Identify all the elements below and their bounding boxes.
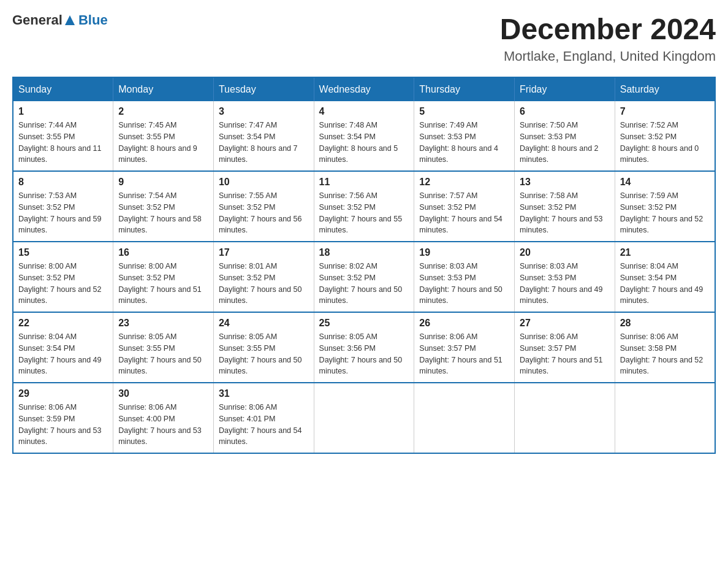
day-number: 12 bbox=[419, 177, 509, 188]
logo-text-blue: Blue bbox=[78, 12, 108, 28]
calendar-cell: 5 Sunrise: 7:49 AMSunset: 3:53 PMDayligh… bbox=[414, 101, 515, 171]
day-info: Sunrise: 7:55 AMSunset: 3:52 PMDaylight:… bbox=[219, 190, 309, 236]
day-info: Sunrise: 8:04 AMSunset: 3:54 PMDaylight:… bbox=[18, 331, 108, 377]
day-info: Sunrise: 8:06 AMSunset: 3:59 PMDaylight:… bbox=[18, 402, 108, 448]
calendar-cell: 17 Sunrise: 8:01 AMSunset: 3:52 PMDaylig… bbox=[213, 242, 314, 312]
calendar-week-row: 8 Sunrise: 7:53 AMSunset: 3:52 PMDayligh… bbox=[13, 171, 715, 242]
day-info: Sunrise: 7:52 AMSunset: 3:52 PMDaylight:… bbox=[620, 120, 710, 166]
day-info: Sunrise: 8:06 AMSunset: 3:58 PMDaylight:… bbox=[620, 331, 710, 377]
calendar-cell: 7 Sunrise: 7:52 AMSunset: 3:52 PMDayligh… bbox=[615, 101, 715, 171]
calendar-cell: 20 Sunrise: 8:03 AMSunset: 3:53 PMDaylig… bbox=[515, 242, 615, 312]
calendar-cell: 16 Sunrise: 8:00 AMSunset: 3:52 PMDaylig… bbox=[113, 242, 214, 312]
col-header-friday: Friday bbox=[515, 77, 615, 101]
location: Mortlake, England, United Kingdom bbox=[500, 48, 716, 64]
col-header-tuesday: Tuesday bbox=[213, 77, 314, 101]
day-info: Sunrise: 7:49 AMSunset: 3:53 PMDaylight:… bbox=[419, 120, 509, 166]
col-header-sunday: Sunday bbox=[13, 77, 113, 101]
day-info: Sunrise: 8:06 AMSunset: 3:57 PMDaylight:… bbox=[419, 331, 509, 377]
day-number: 26 bbox=[419, 318, 509, 329]
day-info: Sunrise: 7:56 AMSunset: 3:52 PMDaylight:… bbox=[319, 190, 409, 236]
calendar-cell: 11 Sunrise: 7:56 AMSunset: 3:52 PMDaylig… bbox=[314, 171, 414, 242]
calendar-cell: 29 Sunrise: 8:06 AMSunset: 3:59 PMDaylig… bbox=[13, 383, 113, 453]
day-number: 29 bbox=[18, 388, 108, 399]
col-header-thursday: Thursday bbox=[414, 77, 515, 101]
day-number: 13 bbox=[520, 177, 610, 188]
calendar-cell: 26 Sunrise: 8:06 AMSunset: 3:57 PMDaylig… bbox=[414, 312, 515, 383]
calendar-cell: 19 Sunrise: 8:03 AMSunset: 3:53 PMDaylig… bbox=[414, 242, 515, 312]
calendar-cell: 22 Sunrise: 8:04 AMSunset: 3:54 PMDaylig… bbox=[13, 312, 113, 383]
day-info: Sunrise: 8:05 AMSunset: 3:56 PMDaylight:… bbox=[319, 331, 409, 377]
day-info: Sunrise: 8:03 AMSunset: 3:53 PMDaylight:… bbox=[520, 261, 610, 307]
calendar-cell: 3 Sunrise: 7:47 AMSunset: 3:54 PMDayligh… bbox=[213, 101, 314, 171]
col-header-wednesday: Wednesday bbox=[314, 77, 414, 101]
month-title: December 2024 bbox=[500, 12, 716, 46]
day-number: 31 bbox=[219, 388, 309, 399]
day-number: 15 bbox=[18, 247, 108, 258]
title-section: December 2024 Mortlake, England, United … bbox=[500, 12, 716, 64]
logo-triangle-icon bbox=[64, 14, 76, 26]
day-info: Sunrise: 7:54 AMSunset: 3:52 PMDaylight:… bbox=[118, 190, 208, 236]
day-info: Sunrise: 8:06 AMSunset: 4:00 PMDaylight:… bbox=[118, 402, 208, 448]
day-info: Sunrise: 8:04 AMSunset: 3:54 PMDaylight:… bbox=[620, 261, 710, 307]
day-info: Sunrise: 7:45 AMSunset: 3:55 PMDaylight:… bbox=[118, 120, 208, 166]
logo-text-general: General bbox=[12, 12, 63, 28]
day-info: Sunrise: 8:02 AMSunset: 3:52 PMDaylight:… bbox=[319, 261, 409, 307]
day-info: Sunrise: 7:57 AMSunset: 3:52 PMDaylight:… bbox=[419, 190, 509, 236]
day-number: 27 bbox=[520, 318, 610, 329]
day-number: 4 bbox=[319, 106, 409, 117]
calendar-cell: 14 Sunrise: 7:59 AMSunset: 3:52 PMDaylig… bbox=[615, 171, 715, 242]
day-number: 2 bbox=[118, 106, 208, 117]
calendar-cell: 23 Sunrise: 8:05 AMSunset: 3:55 PMDaylig… bbox=[113, 312, 214, 383]
day-number: 9 bbox=[118, 177, 208, 188]
calendar-cell: 31 Sunrise: 8:06 AMSunset: 4:01 PMDaylig… bbox=[213, 383, 314, 453]
day-info: Sunrise: 7:50 AMSunset: 3:53 PMDaylight:… bbox=[520, 120, 610, 166]
day-number: 23 bbox=[118, 318, 208, 329]
day-number: 17 bbox=[219, 247, 309, 258]
svg-marker-0 bbox=[65, 15, 75, 25]
calendar-cell: 4 Sunrise: 7:48 AMSunset: 3:54 PMDayligh… bbox=[314, 101, 414, 171]
calendar-cell: 18 Sunrise: 8:02 AMSunset: 3:52 PMDaylig… bbox=[314, 242, 414, 312]
calendar-week-row: 22 Sunrise: 8:04 AMSunset: 3:54 PMDaylig… bbox=[13, 312, 715, 383]
day-info: Sunrise: 8:05 AMSunset: 3:55 PMDaylight:… bbox=[219, 331, 309, 377]
day-info: Sunrise: 8:06 AMSunset: 4:01 PMDaylight:… bbox=[219, 402, 309, 448]
day-info: Sunrise: 7:47 AMSunset: 3:54 PMDaylight:… bbox=[219, 120, 309, 166]
col-header-monday: Monday bbox=[113, 77, 214, 101]
calendar-cell bbox=[615, 383, 715, 453]
day-number: 28 bbox=[620, 318, 710, 329]
day-number: 16 bbox=[118, 247, 208, 258]
calendar-cell: 12 Sunrise: 7:57 AMSunset: 3:52 PMDaylig… bbox=[414, 171, 515, 242]
day-number: 8 bbox=[18, 177, 108, 188]
day-number: 19 bbox=[419, 247, 509, 258]
calendar-week-row: 29 Sunrise: 8:06 AMSunset: 3:59 PMDaylig… bbox=[13, 383, 715, 453]
calendar-cell: 8 Sunrise: 7:53 AMSunset: 3:52 PMDayligh… bbox=[13, 171, 113, 242]
calendar-cell: 15 Sunrise: 8:00 AMSunset: 3:52 PMDaylig… bbox=[13, 242, 113, 312]
calendar-cell: 13 Sunrise: 7:58 AMSunset: 3:52 PMDaylig… bbox=[515, 171, 615, 242]
day-number: 11 bbox=[319, 177, 409, 188]
day-number: 5 bbox=[419, 106, 509, 117]
calendar-cell: 10 Sunrise: 7:55 AMSunset: 3:52 PMDaylig… bbox=[213, 171, 314, 242]
calendar-cell: 24 Sunrise: 8:05 AMSunset: 3:55 PMDaylig… bbox=[213, 312, 314, 383]
calendar-week-row: 15 Sunrise: 8:00 AMSunset: 3:52 PMDaylig… bbox=[13, 242, 715, 312]
day-number: 7 bbox=[620, 106, 710, 117]
col-header-saturday: Saturday bbox=[615, 77, 715, 101]
day-number: 3 bbox=[219, 106, 309, 117]
day-number: 22 bbox=[18, 318, 108, 329]
day-number: 14 bbox=[620, 177, 710, 188]
day-info: Sunrise: 7:48 AMSunset: 3:54 PMDaylight:… bbox=[319, 120, 409, 166]
day-info: Sunrise: 7:58 AMSunset: 3:52 PMDaylight:… bbox=[520, 190, 610, 236]
calendar-week-row: 1 Sunrise: 7:44 AMSunset: 3:55 PMDayligh… bbox=[13, 101, 715, 171]
calendar-cell: 25 Sunrise: 8:05 AMSunset: 3:56 PMDaylig… bbox=[314, 312, 414, 383]
calendar-cell: 2 Sunrise: 7:45 AMSunset: 3:55 PMDayligh… bbox=[113, 101, 214, 171]
day-info: Sunrise: 7:44 AMSunset: 3:55 PMDaylight:… bbox=[18, 120, 108, 166]
calendar-cell bbox=[314, 383, 414, 453]
logo: General Blue bbox=[12, 12, 108, 28]
day-info: Sunrise: 8:03 AMSunset: 3:53 PMDaylight:… bbox=[419, 261, 509, 307]
day-number: 20 bbox=[520, 247, 610, 258]
page-header: General Blue December 2024 Mortlake, Eng… bbox=[12, 12, 716, 64]
day-number: 6 bbox=[520, 106, 610, 117]
calendar-cell: 27 Sunrise: 8:06 AMSunset: 3:57 PMDaylig… bbox=[515, 312, 615, 383]
day-number: 30 bbox=[118, 388, 208, 399]
calendar-cell: 6 Sunrise: 7:50 AMSunset: 3:53 PMDayligh… bbox=[515, 101, 615, 171]
calendar-header-row: SundayMondayTuesdayWednesdayThursdayFrid… bbox=[13, 77, 715, 101]
day-info: Sunrise: 8:00 AMSunset: 3:52 PMDaylight:… bbox=[118, 261, 208, 307]
